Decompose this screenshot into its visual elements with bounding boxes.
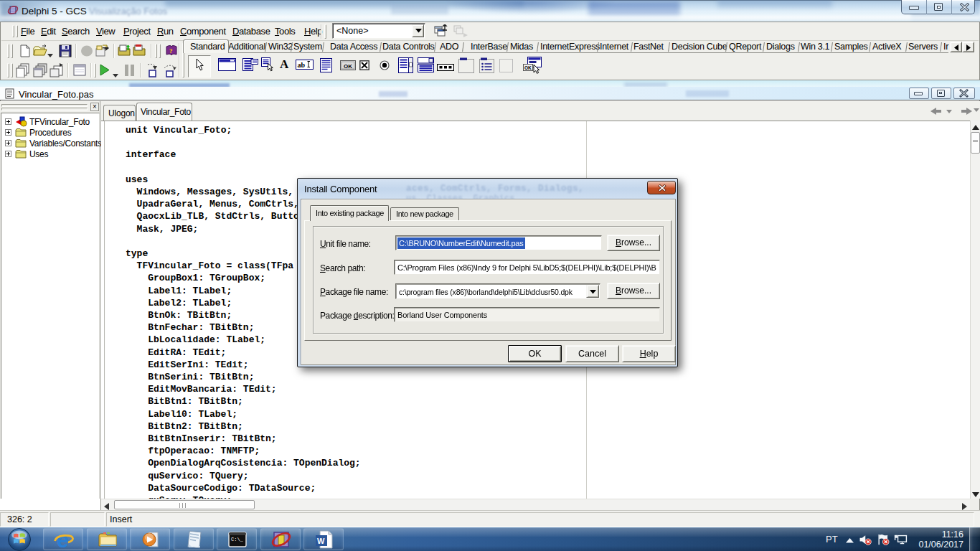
svg-text:C:\_: C:\_ bbox=[231, 537, 244, 542]
svg-text:OK: OK bbox=[524, 65, 532, 70]
svg-text:ab: ab bbox=[298, 61, 306, 69]
svg-text:?: ? bbox=[169, 47, 173, 55]
svg-text:W: W bbox=[317, 537, 325, 545]
svg-text:OK: OK bbox=[344, 63, 352, 70]
svg-text:e: e bbox=[57, 529, 69, 550]
